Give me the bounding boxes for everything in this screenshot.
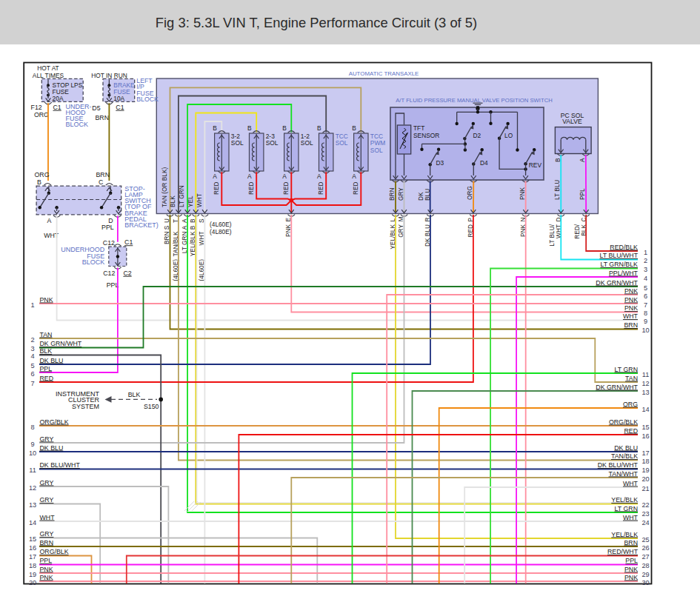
svg-text:3: 3 [644, 266, 647, 273]
svg-text:27: 27 [641, 553, 649, 561]
svg-text:D: D [108, 217, 113, 224]
svg-text:20A: 20A [53, 95, 64, 102]
svg-text:17: 17 [29, 553, 36, 561]
svg-text:GRY: GRY [397, 187, 404, 201]
svg-text:D2: D2 [473, 132, 481, 139]
svg-text:12: 12 [29, 484, 36, 492]
svg-text:13: 13 [29, 501, 36, 509]
svg-text:A: A [282, 173, 287, 180]
svg-text:C: C [99, 178, 104, 186]
svg-text:18: 18 [641, 458, 649, 465]
svg-text:A: A [247, 173, 252, 180]
svg-text:6: 6 [30, 370, 34, 378]
svg-text:2: 2 [30, 336, 34, 344]
svg-text:GRY: GRY [40, 530, 54, 538]
svg-text:4: 4 [644, 275, 647, 282]
svg-text:AUTOMATIC TRANSAXLE: AUTOMATIC TRANSAXLE [349, 70, 419, 77]
svg-text:13: 13 [641, 389, 649, 396]
svg-text:ORG/BLK: ORG/BLK [40, 418, 69, 426]
svg-text:7: 7 [644, 301, 647, 309]
svg-text:17: 17 [641, 449, 649, 457]
svg-text:TAN/WHT: TAN/WHT [609, 470, 639, 478]
svg-text:PPL: PPL [579, 188, 586, 200]
svg-text:LT GRN: LT GRN [615, 366, 638, 373]
svg-text:ORG: ORG [623, 401, 638, 408]
svg-text:11: 11 [642, 371, 650, 378]
svg-text:8: 8 [30, 424, 34, 431]
svg-text:5: 5 [30, 362, 34, 369]
svg-text:YEL/BLK: YEL/BLK [611, 496, 638, 504]
svg-text:PNK: PNK [40, 296, 53, 304]
svg-text:20: 20 [29, 579, 36, 586]
svg-text:25: 25 [641, 536, 649, 544]
svg-text:6: 6 [644, 292, 647, 300]
svg-text:14: 14 [29, 519, 36, 526]
svg-text:RED: RED [624, 427, 638, 435]
svg-text:PNK: PNK [624, 574, 638, 581]
svg-text:1-2: 1-2 [301, 133, 310, 140]
svg-text:D3: D3 [436, 159, 444, 167]
svg-text:F12: F12 [31, 104, 42, 111]
svg-text:DK GRN/WHT: DK GRN/WHT [596, 279, 638, 287]
svg-text:YEL/BLK: YEL/BLK [611, 531, 638, 538]
svg-text:BLOCK: BLOCK [136, 96, 159, 103]
svg-text:12: 12 [641, 380, 649, 387]
svg-text:C12: C12 [103, 270, 115, 277]
svg-text:TAN (OR BLK): TAN (OR BLK) [161, 167, 168, 207]
svg-text:PNK: PNK [624, 304, 638, 312]
svg-text:29: 29 [641, 571, 649, 578]
svg-text:28: 28 [641, 562, 649, 569]
svg-text:ORG/BLK: ORG/BLK [609, 418, 638, 426]
svg-text:SOL: SOL [301, 139, 313, 147]
svg-text:B: B [37, 178, 41, 186]
svg-text:RED: RED [213, 182, 220, 195]
svg-text:24: 24 [641, 519, 649, 526]
svg-text:BRACKET): BRACKET) [124, 221, 159, 229]
svg-text:PPL/WHT: PPL/WHT [609, 270, 639, 277]
svg-text:B: B [213, 124, 217, 132]
svg-text:DK BLU/WHT: DK BLU/WHT [598, 461, 639, 469]
svg-text:GRY: GRY [40, 496, 54, 504]
svg-text:B: B [247, 124, 252, 132]
svg-text:(4L80E): (4L80E) [210, 228, 232, 235]
svg-text:10: 10 [29, 449, 36, 457]
svg-text:B: B [317, 124, 321, 132]
svg-text:LT BLU/WHT: LT BLU/WHT [600, 252, 639, 259]
svg-text:BLU: BLU [424, 189, 431, 201]
svg-text:PNK: PNK [519, 187, 526, 200]
svg-text:S150: S150 [144, 403, 159, 410]
svg-text:10: 10 [641, 327, 649, 334]
svg-text:LT GRN: LT GRN [615, 505, 638, 512]
svg-text:C1: C1 [53, 104, 61, 111]
svg-text:PNK: PNK [624, 566, 638, 573]
svg-text:3: 3 [30, 345, 34, 352]
svg-text:1: 1 [30, 301, 34, 309]
svg-text:30: 30 [641, 579, 649, 586]
svg-text:RED: RED [40, 375, 54, 382]
svg-text:WHT: WHT [623, 312, 639, 320]
svg-text:LT GRN/BLK: LT GRN/BLK [600, 261, 638, 268]
svg-text:RED: RED [352, 182, 359, 195]
svg-text:TAN: TAN [40, 331, 53, 338]
svg-text:B: B [282, 124, 287, 132]
svg-text:TCC: TCC [370, 133, 383, 140]
svg-text:3-2: 3-2 [231, 133, 240, 140]
svg-text:8: 8 [644, 310, 647, 317]
svg-text:7: 7 [30, 380, 34, 387]
svg-text:PNK: PNK [40, 574, 53, 581]
svg-text:11: 11 [29, 466, 36, 474]
svg-text:9: 9 [30, 441, 34, 448]
svg-text:A: A [317, 173, 321, 180]
svg-text:A: A [579, 158, 586, 162]
svg-text:PPL: PPL [107, 281, 119, 289]
svg-text:ALL TIMES: ALL TIMES [33, 72, 64, 79]
svg-text:PPL: PPL [625, 557, 638, 564]
svg-text:16: 16 [641, 432, 649, 440]
svg-text:RED/WHT: RED/WHT [607, 548, 639, 555]
svg-text:BRN: BRN [96, 114, 110, 121]
svg-text:15: 15 [641, 424, 649, 431]
svg-text:A: A [47, 217, 52, 224]
svg-text:BRN: BRN [624, 539, 638, 546]
svg-text:(4L60E): (4L60E) [210, 221, 232, 228]
svg-text:BRN: BRN [624, 321, 638, 329]
